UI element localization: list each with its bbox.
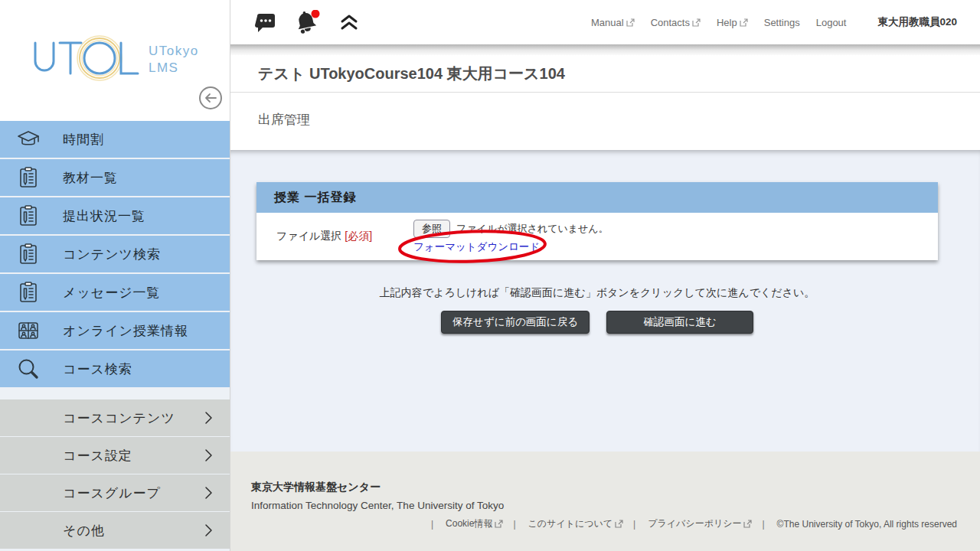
course-title: テスト UTokyoCourse104 東大用コース104	[258, 64, 565, 84]
mortarboard-icon	[15, 128, 41, 151]
content-area: 授業 一括登録 ファイル選択[必須] 参照 ファイルが選択されていません。 フォ…	[230, 150, 980, 452]
back-without-saving-button[interactable]: 保存せずに前の画面に戻る	[441, 311, 590, 334]
file-label-text: ファイル選択	[276, 230, 341, 242]
chevron-right-icon	[204, 448, 213, 462]
footer-org-ja: 東京大学情報基盤センター	[251, 481, 957, 494]
sidebar: UTokyo LMS 時間割 教材一覧	[0, 0, 230, 551]
footer-link-label: Cookie情報	[446, 517, 492, 530]
chevron-right-icon	[204, 523, 213, 537]
external-link-icon	[626, 18, 635, 27]
footer-link-privacy[interactable]: プライバシーポリシー	[623, 517, 752, 530]
footer-link-label: プライバシーポリシー	[648, 517, 741, 530]
sidebar-header: UTokyo LMS	[0, 0, 230, 121]
utol-logo: UTokyo LMS	[31, 34, 205, 81]
topbar-link-settings[interactable]: Settings	[764, 17, 800, 28]
browse-file-button[interactable]: 参照	[413, 220, 450, 238]
arrow-left-icon	[204, 93, 217, 103]
sidebar-item-online-class-info[interactable]: オンライン授業情報	[0, 312, 230, 349]
magnifier-icon	[15, 357, 41, 380]
notifications-bell-icon[interactable]	[294, 10, 322, 34]
section-bar: 出席管理	[230, 93, 980, 150]
external-link-icon	[495, 520, 503, 528]
clipboard-icon	[15, 204, 41, 227]
topbar-link-contacts[interactable]: Contacts	[651, 17, 701, 28]
bulk-register-card: 授業 一括登録 ファイル選択[必須] 参照 ファイルが選択されていません。 フォ…	[256, 182, 938, 260]
sidebar-item-label: その他	[63, 522, 105, 540]
topbar-link-manual[interactable]: Manual	[591, 17, 635, 28]
file-select-label: ファイル選択[必須]	[276, 230, 413, 243]
copyright-text: ©The University of Tokyo, All rights res…	[752, 519, 957, 530]
topbar-link-label: Manual	[591, 17, 624, 28]
topbar-link-label: Contacts	[651, 17, 690, 28]
page-title: 出席管理	[258, 112, 310, 127]
action-buttons-row: 保存せずに前の画面に戻る 確認画面に進む	[256, 311, 938, 334]
sidebar-item-label: コース設定	[63, 447, 132, 465]
sidebar-item-course-group[interactable]: コースグループ	[0, 474, 230, 511]
sidebar-item-content-search[interactable]: コンテンツ検索	[0, 236, 230, 272]
instruction-text: 上記内容でよろしければ「確認画面に進む」ボタンをクリックして次に進んでください。	[256, 286, 938, 300]
course-title-bar: テスト UTokyoCourse104 東大用コース104	[230, 55, 980, 93]
clipboard-icon	[15, 243, 41, 266]
notification-badge-dot	[312, 10, 320, 18]
sidebar-item-label: 提出状況一覧	[63, 207, 145, 225]
no-file-selected-text: ファイルが選択されていません。	[456, 222, 609, 236]
people-grid-icon	[15, 319, 41, 342]
topbar-shadow	[230, 44, 980, 55]
external-link-icon	[743, 520, 752, 528]
sidebar-collapse-button[interactable]	[199, 86, 222, 109]
sidebar-item-messages[interactable]: メッセージ一覧	[0, 274, 230, 311]
sidebar-item-materials[interactable]: 教材一覧	[0, 159, 230, 196]
external-link-icon	[692, 18, 701, 27]
sidebar-item-label: コースグループ	[63, 484, 161, 502]
sidebar-item-label: コース検索	[63, 360, 132, 378]
footer-link-label: このサイトについて	[528, 517, 613, 530]
topbar-link-logout[interactable]: Logout	[816, 17, 847, 28]
sidebar-item-label: 教材一覧	[63, 169, 118, 187]
main-area: Manual Contacts Help Settings	[230, 0, 980, 551]
footer-org-en: Information Technology Center, The Unive…	[251, 500, 957, 511]
format-download-link[interactable]: フォーマットダウンロード	[413, 240, 540, 254]
required-badge: [必須]	[345, 230, 372, 242]
topbar-link-label: Help	[717, 17, 737, 28]
sidebar-item-course-search[interactable]: コース検索	[0, 350, 230, 387]
sidebar-item-others[interactable]: その他	[0, 512, 230, 549]
messages-icon[interactable]	[255, 13, 276, 32]
sidebar-item-course-settings[interactable]: コース設定	[0, 437, 230, 474]
sidebar-item-label: メッセージ一覧	[63, 284, 161, 302]
external-link-icon	[615, 520, 623, 528]
external-link-icon	[740, 18, 748, 27]
topbar-link-help[interactable]: Help	[717, 17, 748, 28]
collapse-topbar-icon[interactable]	[340, 14, 358, 31]
footer-link-about[interactable]: このサイトについて	[503, 517, 623, 530]
sidebar-item-timetable[interactable]: 時間割	[0, 121, 230, 158]
sidebar-item-label: コンテンツ検索	[63, 246, 161, 263]
footer-link-cookie[interactable]: Cookie情報	[421, 517, 503, 530]
sidebar-item-label: 時間割	[63, 131, 104, 148]
chevron-right-icon	[204, 486, 213, 500]
topbar-link-label: Logout	[816, 17, 847, 28]
topbar: Manual Contacts Help Settings	[230, 0, 980, 44]
footer: 東京大学情報基盤センター Information Technology Cent…	[230, 452, 980, 551]
clipboard-icon	[15, 166, 41, 189]
sidebar-item-submission-status[interactable]: 提出状況一覧	[0, 197, 230, 234]
proceed-to-confirm-button[interactable]: 確認画面に進む	[606, 311, 753, 334]
card-header-title: 授業 一括登録	[274, 190, 356, 206]
card-header: 授業 一括登録	[256, 182, 938, 213]
clipboard-icon	[15, 281, 41, 304]
sidebar-item-label: コースコンテンツ	[63, 409, 175, 427]
svg-text:UTokyo: UTokyo	[149, 44, 199, 58]
sidebar-item-label: オンライン授業情報	[63, 322, 188, 340]
sidebar-section-gap	[0, 389, 230, 399]
username-display: 東大用教職員020	[877, 15, 957, 29]
footer-links: Cookie情報 このサイトについて プライバシーポリシー ©The Unive…	[251, 517, 957, 530]
sidebar-item-course-contents[interactable]: コースコンテンツ	[0, 399, 230, 436]
card-body: ファイル選択[必須] 参照 ファイルが選択されていません。 フォーマットダウンロ…	[256, 213, 938, 260]
svg-text:LMS: LMS	[149, 60, 178, 75]
chevron-right-icon	[204, 411, 213, 425]
topbar-link-label: Settings	[764, 17, 800, 28]
copyright-label: ©The University of Tokyo, All rights res…	[777, 519, 957, 530]
